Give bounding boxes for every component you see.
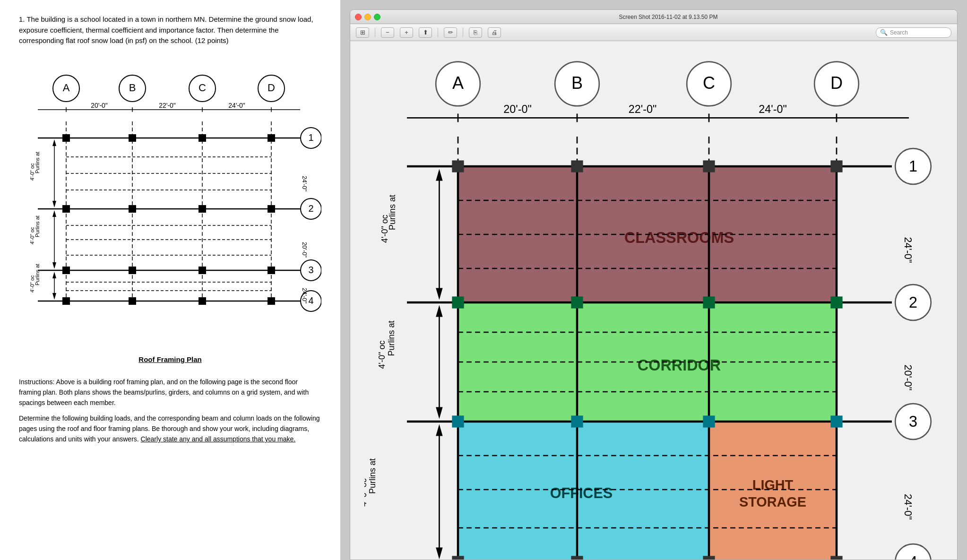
svg-marker-178	[436, 407, 442, 419]
svg-marker-177	[436, 305, 442, 317]
svg-text:D: D	[268, 82, 275, 94]
svg-rect-142	[452, 160, 464, 172]
svg-text:Purlins at: Purlins at	[35, 264, 40, 285]
instructions-p1: Instructions: Above is a building roof f…	[19, 377, 321, 408]
instructions: Instructions: Above is a building roof f…	[19, 377, 321, 449]
svg-text:C: C	[199, 82, 206, 94]
svg-text:D: D	[830, 73, 843, 93]
svg-text:4: 4	[308, 295, 313, 306]
print-button[interactable]: 🖨	[488, 27, 501, 38]
svg-rect-54	[199, 267, 206, 274]
svg-text:A: A	[63, 82, 70, 94]
svg-rect-46	[199, 134, 206, 142]
svg-rect-143	[571, 160, 583, 172]
svg-rect-153	[830, 415, 842, 427]
svg-text:24'-0": 24'-0"	[759, 103, 787, 115]
svg-text:4'-0" oc: 4'-0" oc	[364, 478, 368, 507]
share-button[interactable]: ⬆	[419, 27, 432, 38]
svg-rect-156	[703, 556, 715, 560]
svg-marker-79	[52, 210, 56, 217]
svg-rect-150	[452, 415, 464, 427]
svg-text:4'-0" oc: 4'-0" oc	[380, 215, 389, 243]
window-title: Screen Shot 2016-11-02 at 9.13.50 PM	[384, 14, 952, 20]
svg-text:4'-0" oc: 4'-0" oc	[29, 275, 35, 292]
view-toggle-button[interactable]: ⊞	[356, 27, 369, 38]
svg-marker-84	[52, 272, 56, 278]
svg-marker-173	[436, 288, 442, 300]
svg-rect-144	[703, 160, 715, 172]
svg-rect-59	[268, 297, 275, 305]
floor-plan-svg: A B C D 20'-0" 22'-0" 24'-0"	[364, 51, 943, 560]
svg-text:20'-0": 20'-0"	[91, 102, 108, 109]
svg-rect-155	[571, 556, 583, 560]
svg-text:C: C	[703, 73, 715, 93]
svg-marker-182	[436, 424, 442, 436]
window-chrome: Screen Shot 2016-11-02 at 9.13.50 PM ⊞ −…	[350, 9, 958, 560]
question-text: 1. The building is a school located in a…	[19, 14, 321, 46]
svg-rect-58	[199, 297, 206, 305]
svg-text:3: 3	[308, 265, 313, 275]
svg-text:3: 3	[909, 413, 917, 430]
svg-rect-146	[452, 296, 464, 308]
svg-marker-85	[52, 293, 56, 300]
instructions-p2: Determine the following building loads, …	[19, 413, 321, 445]
svg-text:20'-0": 20'-0"	[301, 242, 308, 258]
roof-framing-title: Roof Framing Plan	[19, 355, 321, 363]
svg-rect-157	[830, 556, 842, 560]
roof-framing-diagram: A B C D 20'-0" 22'-0" 24'-0"	[19, 58, 321, 351]
svg-text:24'-0": 24'-0"	[902, 494, 914, 520]
svg-text:4: 4	[909, 553, 917, 560]
close-button[interactable]	[355, 14, 362, 20]
zoom-in-button[interactable]: +	[400, 27, 413, 38]
copy-button[interactable]: ⎘	[469, 27, 482, 38]
search-box[interactable]: 🔍 Search	[876, 27, 951, 38]
left-panel: 1. The building is a school located in a…	[0, 0, 340, 560]
svg-text:Purlins at: Purlins at	[35, 152, 40, 173]
svg-text:22'-0": 22'-0"	[629, 103, 657, 115]
svg-text:B: B	[571, 73, 583, 93]
svg-text:B: B	[129, 82, 136, 94]
svg-rect-53	[129, 267, 136, 274]
window-toolbar: ⊞ − + ⬆ ✏ ⎘ 🖨 🔍 Search	[350, 24, 957, 41]
window-titlebar: Screen Shot 2016-11-02 at 9.13.50 PM	[350, 10, 957, 24]
svg-rect-51	[268, 205, 275, 213]
svg-text:4'-0" oc: 4'-0" oc	[377, 341, 387, 369]
search-icon: 🔍	[880, 29, 888, 36]
svg-rect-151	[571, 415, 583, 427]
svg-marker-75	[52, 201, 56, 207]
svg-rect-49	[129, 205, 136, 213]
svg-marker-172	[436, 169, 442, 181]
toolbar-divider-3	[463, 28, 463, 37]
svg-text:24'-0": 24'-0"	[228, 102, 245, 109]
svg-rect-147	[571, 296, 583, 308]
right-panel: Screen Shot 2016-11-02 at 9.13.50 PM ⊞ −…	[340, 0, 967, 560]
zoom-out-button[interactable]: −	[381, 27, 394, 38]
svg-text:2: 2	[308, 203, 313, 214]
svg-text:OFFICES: OFFICES	[550, 485, 613, 501]
svg-rect-57	[129, 297, 136, 305]
svg-text:20'-0": 20'-0"	[902, 364, 914, 390]
svg-rect-48	[62, 205, 70, 213]
svg-text:22'-0": 22'-0"	[159, 102, 176, 109]
window-content: A B C D 20'-0" 22'-0" 24'-0"	[350, 41, 957, 560]
svg-text:1: 1	[308, 132, 313, 143]
traffic-lights	[355, 14, 380, 20]
svg-text:24'-0": 24'-0"	[301, 176, 308, 192]
svg-text:4'-0" oc: 4'-0" oc	[29, 163, 35, 180]
svg-rect-45	[129, 134, 136, 142]
svg-rect-154	[452, 556, 464, 560]
svg-rect-44	[62, 134, 70, 142]
toolbar-divider-2	[438, 28, 438, 37]
svg-rect-149	[830, 296, 842, 308]
svg-marker-80	[52, 262, 56, 269]
svg-text:20'-0": 20'-0"	[503, 103, 532, 115]
minimize-button[interactable]	[364, 14, 371, 20]
svg-text:2: 2	[909, 294, 917, 311]
maximize-button[interactable]	[374, 14, 380, 20]
svg-text:CLASSROOMS: CLASSROOMS	[624, 229, 734, 246]
svg-rect-145	[830, 160, 842, 172]
svg-marker-74	[52, 139, 56, 146]
svg-marker-183	[436, 547, 442, 559]
search-placeholder: Search	[890, 29, 908, 36]
edit-button[interactable]: ✏	[444, 27, 457, 38]
